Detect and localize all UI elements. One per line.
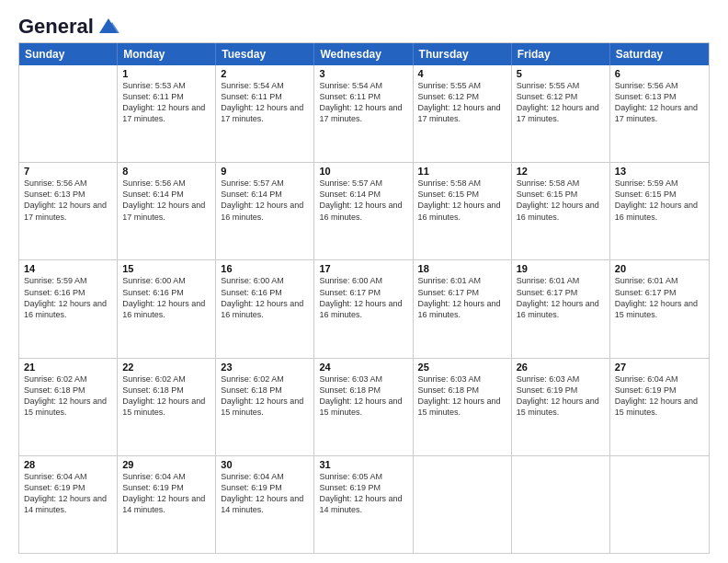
cell-info: Sunrise: 6:01 AM Sunset: 6:17 PM Dayligh… (615, 275, 704, 320)
cal-week-4: 21Sunrise: 6:02 AM Sunset: 6:18 PM Dayli… (19, 358, 709, 455)
cal-cell: 13Sunrise: 5:59 AM Sunset: 6:15 PM Dayli… (610, 163, 709, 259)
cal-cell (610, 456, 709, 553)
day-number: 10 (319, 166, 407, 177)
day-number: 26 (517, 362, 605, 373)
day-number: 2 (221, 68, 309, 79)
cell-info: Sunrise: 6:04 AM Sunset: 6:19 PM Dayligh… (615, 373, 704, 419)
day-number: 6 (615, 68, 704, 79)
day-number: 21 (24, 362, 112, 373)
cal-cell: 29Sunrise: 6:04 AM Sunset: 6:19 PM Dayli… (118, 456, 216, 553)
cal-cell: 23Sunrise: 6:02 AM Sunset: 6:18 PM Dayli… (216, 359, 314, 455)
cell-info: Sunrise: 5:53 AM Sunset: 6:11 PM Dayligh… (122, 80, 210, 125)
day-number: 28 (24, 459, 112, 470)
day-number: 1 (122, 68, 210, 79)
cell-info: Sunrise: 6:03 AM Sunset: 6:18 PM Dayligh… (319, 373, 407, 419)
day-number: 3 (319, 68, 407, 79)
cell-info: Sunrise: 5:57 AM Sunset: 6:14 PM Dayligh… (221, 178, 309, 223)
cal-cell (512, 456, 610, 553)
cell-info: Sunrise: 5:58 AM Sunset: 6:15 PM Dayligh… (517, 178, 605, 223)
cal-cell: 7Sunrise: 5:56 AM Sunset: 6:13 PM Daylig… (19, 163, 118, 259)
cal-week-5: 28Sunrise: 6:04 AM Sunset: 6:19 PM Dayli… (19, 455, 709, 553)
day-number: 8 (122, 166, 210, 177)
day-number: 4 (418, 68, 506, 79)
cal-week-3: 14Sunrise: 5:59 AM Sunset: 6:16 PM Dayli… (19, 259, 709, 357)
cell-info: Sunrise: 5:58 AM Sunset: 6:15 PM Dayligh… (418, 178, 506, 223)
cell-info: Sunrise: 5:56 AM Sunset: 6:13 PM Dayligh… (615, 80, 704, 125)
cell-info: Sunrise: 6:05 AM Sunset: 6:19 PM Dayligh… (319, 471, 407, 516)
logo-general: General (18, 15, 94, 39)
cal-cell: 11Sunrise: 5:58 AM Sunset: 6:15 PM Dayli… (414, 163, 512, 259)
cal-cell (19, 65, 118, 162)
cell-info: Sunrise: 6:04 AM Sunset: 6:19 PM Dayligh… (24, 471, 112, 516)
day-number: 19 (517, 263, 605, 274)
day-number: 31 (319, 459, 407, 470)
cell-info: Sunrise: 6:02 AM Sunset: 6:18 PM Dayligh… (24, 373, 112, 419)
cal-cell: 9Sunrise: 5:57 AM Sunset: 6:14 PM Daylig… (216, 163, 314, 259)
calendar-body: 1Sunrise: 5:53 AM Sunset: 6:11 PM Daylig… (19, 65, 709, 553)
day-number: 12 (517, 166, 605, 177)
day-number: 30 (221, 459, 309, 470)
cell-info: Sunrise: 6:03 AM Sunset: 6:19 PM Dayligh… (517, 373, 605, 419)
cal-week-2: 7Sunrise: 5:56 AM Sunset: 6:13 PM Daylig… (19, 162, 709, 259)
cell-info: Sunrise: 5:56 AM Sunset: 6:13 PM Dayligh… (24, 178, 112, 223)
cal-cell: 4Sunrise: 5:55 AM Sunset: 6:12 PM Daylig… (414, 65, 512, 162)
cal-cell: 15Sunrise: 6:00 AM Sunset: 6:16 PM Dayli… (118, 260, 216, 357)
cell-info: Sunrise: 6:00 AM Sunset: 6:16 PM Dayligh… (221, 275, 309, 320)
cal-cell: 19Sunrise: 6:01 AM Sunset: 6:17 PM Dayli… (512, 260, 610, 357)
cal-cell: 27Sunrise: 6:04 AM Sunset: 6:19 PM Dayli… (610, 359, 709, 455)
cal-header-sunday: Sunday (19, 43, 118, 65)
day-number: 11 (418, 166, 506, 177)
cal-cell: 30Sunrise: 6:04 AM Sunset: 6:19 PM Dayli… (216, 456, 314, 553)
cal-cell: 10Sunrise: 5:57 AM Sunset: 6:14 PM Dayli… (314, 163, 413, 259)
cal-week-1: 1Sunrise: 5:53 AM Sunset: 6:11 PM Daylig… (19, 65, 709, 162)
cal-cell: 31Sunrise: 6:05 AM Sunset: 6:19 PM Dayli… (314, 456, 413, 553)
page: General SundayMondayTuesdayWednesdayThur… (0, 0, 728, 563)
cal-header-wednesday: Wednesday (314, 43, 413, 65)
cal-header-monday: Monday (118, 43, 216, 65)
day-number: 24 (319, 362, 407, 373)
day-number: 22 (122, 362, 210, 373)
cell-info: Sunrise: 6:00 AM Sunset: 6:16 PM Dayligh… (122, 275, 210, 320)
cal-cell: 3Sunrise: 5:54 AM Sunset: 6:11 PM Daylig… (314, 65, 413, 162)
cell-info: Sunrise: 6:04 AM Sunset: 6:19 PM Dayligh… (221, 471, 309, 516)
cal-cell: 2Sunrise: 5:54 AM Sunset: 6:11 PM Daylig… (216, 65, 314, 162)
cal-cell: 22Sunrise: 6:02 AM Sunset: 6:18 PM Dayli… (118, 359, 216, 455)
cal-cell (414, 456, 512, 553)
cal-header-saturday: Saturday (610, 43, 709, 65)
day-number: 17 (319, 263, 407, 274)
day-number: 18 (418, 263, 506, 274)
cal-cell: 20Sunrise: 6:01 AM Sunset: 6:17 PM Dayli… (610, 260, 709, 357)
cell-info: Sunrise: 6:01 AM Sunset: 6:17 PM Dayligh… (517, 275, 605, 320)
cal-cell: 5Sunrise: 5:55 AM Sunset: 6:12 PM Daylig… (512, 65, 610, 162)
cal-cell: 1Sunrise: 5:53 AM Sunset: 6:11 PM Daylig… (118, 65, 216, 162)
cell-info: Sunrise: 5:54 AM Sunset: 6:11 PM Dayligh… (221, 80, 309, 125)
calendar-header-row: SundayMondayTuesdayWednesdayThursdayFrid… (19, 43, 709, 65)
day-number: 13 (615, 166, 704, 177)
cell-info: Sunrise: 6:03 AM Sunset: 6:18 PM Dayligh… (418, 373, 506, 419)
logo-icon (96, 15, 121, 35)
cell-info: Sunrise: 5:54 AM Sunset: 6:11 PM Dayligh… (319, 80, 407, 125)
day-number: 29 (122, 459, 210, 470)
cal-cell: 24Sunrise: 6:03 AM Sunset: 6:18 PM Dayli… (314, 359, 413, 455)
cal-cell: 25Sunrise: 6:03 AM Sunset: 6:18 PM Dayli… (414, 359, 512, 455)
logo: General (18, 15, 121, 33)
cal-header-friday: Friday (512, 43, 610, 65)
day-number: 27 (615, 362, 704, 373)
cell-info: Sunrise: 5:56 AM Sunset: 6:14 PM Dayligh… (122, 178, 210, 223)
day-number: 15 (122, 263, 210, 274)
day-number: 5 (517, 68, 605, 79)
cell-info: Sunrise: 5:57 AM Sunset: 6:14 PM Dayligh… (319, 178, 407, 223)
cell-info: Sunrise: 6:00 AM Sunset: 6:17 PM Dayligh… (319, 275, 407, 320)
day-number: 7 (24, 166, 112, 177)
header: General (18, 15, 710, 33)
cal-cell: 14Sunrise: 5:59 AM Sunset: 6:16 PM Dayli… (19, 260, 118, 357)
cell-info: Sunrise: 5:59 AM Sunset: 6:16 PM Dayligh… (24, 275, 112, 320)
cell-info: Sunrise: 5:55 AM Sunset: 6:12 PM Dayligh… (517, 80, 605, 125)
cal-cell: 8Sunrise: 5:56 AM Sunset: 6:14 PM Daylig… (118, 163, 216, 259)
day-number: 23 (221, 362, 309, 373)
cal-cell: 12Sunrise: 5:58 AM Sunset: 6:15 PM Dayli… (512, 163, 610, 259)
day-number: 16 (221, 263, 309, 274)
cell-info: Sunrise: 5:59 AM Sunset: 6:15 PM Dayligh… (615, 178, 704, 223)
cell-info: Sunrise: 6:02 AM Sunset: 6:18 PM Dayligh… (221, 373, 309, 419)
cal-cell: 26Sunrise: 6:03 AM Sunset: 6:19 PM Dayli… (512, 359, 610, 455)
